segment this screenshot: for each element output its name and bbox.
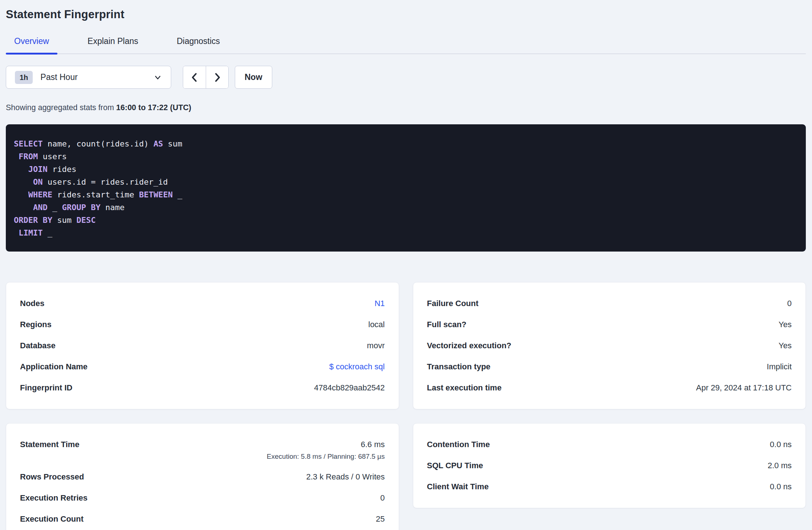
sql-text — [86, 203, 91, 212]
tab-overview[interactable]: Overview — [6, 36, 57, 53]
sql-keyword: ORDER — [14, 216, 38, 225]
summary-cards-grid: NodesN1RegionslocalDatabasemovrApplicati… — [6, 282, 806, 530]
row-value-wrap: Yes — [779, 341, 792, 350]
row-label-vectorized-execution: Vectorized execution? — [427, 341, 511, 350]
card-row: Vectorized execution?Yes — [427, 335, 792, 356]
card-row: Execution Retries0 — [20, 487, 385, 509]
row-value-link-application-name[interactable]: $ cockroach sql — [329, 362, 385, 372]
sql-text: rides — [48, 165, 76, 174]
sql-statement-box: SELECT name, count(rides.id) AS sum FROM… — [6, 124, 806, 252]
row-label-nodes: Nodes — [20, 299, 44, 308]
sql-keyword: BETWEEN — [139, 190, 173, 199]
chevron-right-icon — [213, 72, 222, 83]
card-statement-details: NodesN1RegionslocalDatabasemovrApplicati… — [6, 282, 399, 409]
sql-text: sum — [52, 216, 76, 225]
sql-keyword: BY — [43, 216, 52, 225]
row-value-execution-retries: 0 — [380, 493, 385, 503]
sql-text — [14, 152, 19, 161]
page-title: Statement Fingerprint — [6, 8, 806, 21]
row-value-wrap: Yes — [779, 320, 792, 329]
row-value-wrap: Implicit — [767, 362, 792, 372]
card-row: Contention Time0.0 ns — [427, 434, 792, 455]
stats-line-prefix: Showing aggregated stats from — [6, 103, 116, 112]
tab-diagnostics[interactable]: Diagnostics — [168, 36, 228, 53]
card-row: Last execution timeApr 29, 2024 at 17:18… — [427, 377, 792, 398]
row-subvalue-statement-time: Execution: 5.8 ms / Planning: 687.5 µs — [267, 453, 385, 461]
sql-keyword: FROM — [19, 152, 38, 161]
row-value-regions: local — [368, 320, 385, 329]
row-value-wrap: 0 — [787, 299, 792, 308]
row-value-vectorized-execution: Yes — [779, 341, 792, 350]
card-row: Transaction typeImplicit — [427, 356, 792, 377]
row-value-sql-cpu-time: 2.0 ms — [768, 461, 792, 470]
row-value-last-execution-time: Apr 29, 2024 at 17:18 UTC — [696, 383, 792, 393]
sql-text — [14, 177, 33, 186]
card-wait-timing: Contention Time0.0 nsSQL CPU Time2.0 msC… — [413, 423, 806, 508]
sql-text: _ — [48, 203, 62, 212]
row-value-wrap: 4784cb829aab2542 — [314, 383, 385, 393]
sql-keyword: BY — [91, 203, 101, 212]
row-value-database: movr — [367, 341, 385, 350]
tab-explain-plans[interactable]: Explain Plans — [79, 36, 146, 53]
statement-fingerprint-page: Statement Fingerprint OverviewExplain Pl… — [0, 0, 812, 530]
row-value-client-wait-time: 0.0 ns — [770, 482, 792, 491]
row-label-application-name: Application Name — [20, 362, 88, 372]
row-value-link-nodes[interactable]: N1 — [374, 299, 385, 308]
sql-text: users — [38, 152, 67, 161]
sql-text: _ — [173, 190, 182, 199]
row-value-rows-processed: 2.3 k Reads / 0 Writes — [306, 472, 385, 482]
row-value-failure-count: 0 — [787, 299, 792, 308]
sql-keyword: GROUP — [62, 203, 86, 212]
now-button[interactable]: Now — [235, 66, 272, 89]
sql-keyword: DESC — [76, 216, 96, 225]
sql-text: rides.start_time — [52, 190, 139, 199]
row-value-wrap: local — [368, 320, 385, 329]
card-row: Rows Processed2.3 k Reads / 0 Writes — [20, 466, 385, 487]
sql-keyword: SELECT — [14, 139, 43, 148]
aggregated-stats-line: Showing aggregated stats from 16:00 to 1… — [6, 103, 806, 112]
card-row: Databasemovr — [20, 335, 385, 356]
sql-text — [38, 216, 43, 225]
card-statement-timing: Statement Time6.6 msExecution: 5.8 ms / … — [6, 423, 399, 530]
row-value-execution-count: 25 — [376, 514, 385, 524]
row-value-wrap: 6.6 msExecution: 5.8 ms / Planning: 687.… — [267, 440, 385, 461]
card-row: Failure Count0 — [427, 293, 792, 314]
sql-text: _ — [43, 228, 52, 237]
row-value-wrap: 0.0 ns — [770, 440, 792, 449]
row-label-sql-cpu-time: SQL CPU Time — [427, 461, 483, 470]
sql-text: users.id = rides.rider_id — [43, 177, 168, 186]
chevron-left-icon — [190, 72, 199, 83]
row-value-full-scan: Yes — [779, 320, 792, 329]
row-value-wrap: 2.3 k Reads / 0 Writes — [306, 472, 385, 482]
card-row: SQL CPU Time2.0 ms — [427, 455, 792, 476]
row-label-database: Database — [20, 341, 56, 350]
time-interval-arrows — [183, 66, 229, 89]
row-label-rows-processed: Rows Processed — [20, 472, 84, 482]
sql-text — [14, 203, 33, 212]
stats-line-range: 16:00 to 17:22 (UTC) — [116, 103, 192, 112]
card-execution-attributes: Failure Count0Full scan?YesVectorized ex… — [413, 282, 806, 409]
tab-bar: OverviewExplain PlansDiagnostics — [6, 36, 806, 54]
card-row: Regionslocal — [20, 314, 385, 335]
row-value-wrap: 0.0 ns — [770, 482, 792, 491]
card-row: NodesN1 — [20, 293, 385, 314]
time-range-badge: 1h — [15, 71, 33, 84]
row-value-wrap: N1 — [374, 299, 385, 308]
row-label-fingerprint-id: Fingerprint ID — [20, 383, 72, 393]
row-value-statement-time: 6.6 ms — [267, 440, 385, 449]
row-value-wrap: 2.0 ms — [768, 461, 792, 470]
previous-interval-button[interactable] — [183, 66, 206, 88]
row-label-execution-count: Execution Count — [20, 514, 84, 524]
row-value-fingerprint-id: 4784cb829aab2542 — [314, 383, 385, 393]
row-label-transaction-type: Transaction type — [427, 362, 491, 372]
row-value-wrap: $ cockroach sql — [329, 362, 385, 372]
row-label-execution-retries: Execution Retries — [20, 493, 88, 503]
time-range-select[interactable]: 1h Past Hour — [6, 66, 171, 89]
row-label-contention-time: Contention Time — [427, 440, 490, 449]
sql-keyword: LIMIT — [19, 228, 43, 237]
next-interval-button[interactable] — [206, 66, 228, 88]
sql-text — [14, 165, 28, 174]
sql-keyword: AS — [153, 139, 163, 148]
card-row: Execution Count25 — [20, 509, 385, 530]
row-value-wrap: movr — [367, 341, 385, 350]
